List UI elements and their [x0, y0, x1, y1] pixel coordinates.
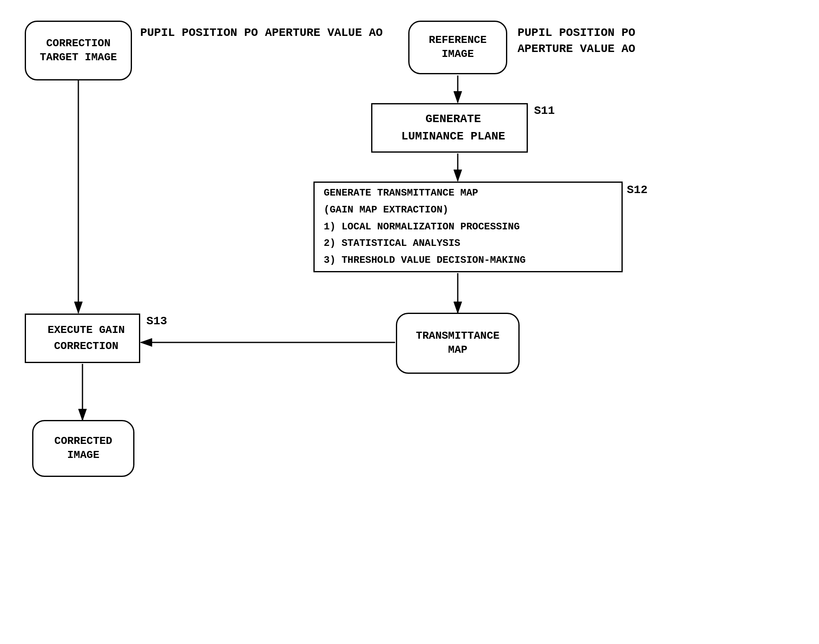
execute-gain-node: EXECUTE GAINCORRECTION — [25, 314, 140, 363]
correction-target-label: CORRECTION TARGET IMAGE — [40, 37, 117, 65]
step-s11-label: S11 — [534, 104, 555, 117]
generate-luminance-node: GENERATELUMINANCE PLANE — [371, 103, 528, 153]
step-s13-label: S13 — [146, 315, 167, 328]
reference-pupil-label: PUPIL POSITION POAPERTURE VALUE AO — [518, 25, 635, 57]
generate-luminance-label: GENERATELUMINANCE PLANE — [401, 111, 505, 145]
transmittance-map-label: TRANSMITTANCEMAP — [416, 329, 500, 357]
transmittance-map-node: TRANSMITTANCEMAP — [396, 313, 520, 374]
correction-target-image-node: CORRECTION TARGET IMAGE — [25, 21, 132, 80]
reference-image-label: REFERENCEIMAGE — [429, 33, 487, 61]
generate-transmittance-label: GENERATE TRANSMITTANCE MAP (GAIN MAP EXT… — [324, 185, 526, 269]
corrected-image-label: CORRECTEDIMAGE — [54, 434, 112, 462]
generate-transmittance-node: GENERATE TRANSMITTANCE MAP (GAIN MAP EXT… — [313, 182, 623, 272]
execute-gain-label: EXECUTE GAINCORRECTION — [47, 322, 125, 354]
diagram: CORRECTION TARGET IMAGE PUPIL POSITION P… — [0, 0, 819, 644]
corrected-image-node: CORRECTEDIMAGE — [32, 420, 134, 477]
reference-image-node: REFERENCEIMAGE — [408, 21, 507, 74]
correction-pupil-label: PUPIL POSITION PO APERTURE VALUE AO — [140, 25, 383, 41]
step-s12-label: S12 — [627, 184, 647, 196]
